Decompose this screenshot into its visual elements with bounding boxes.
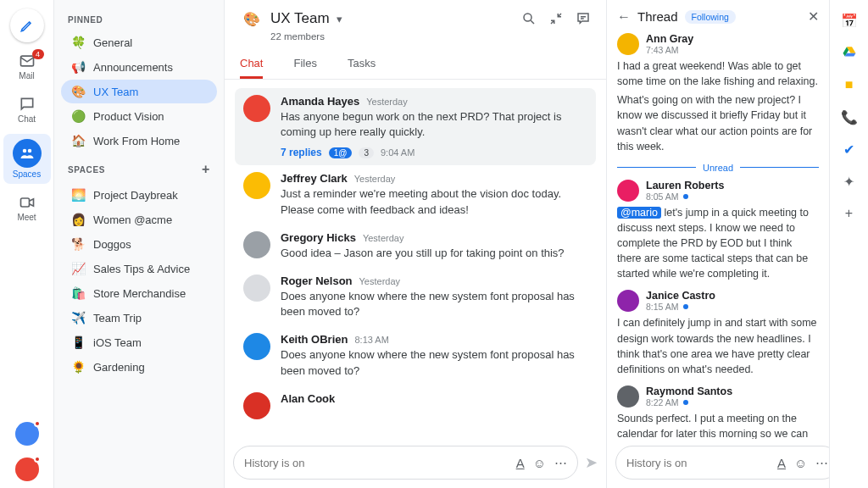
thread-more-icon[interactable]: ⋯ (815, 455, 828, 470)
thread-text: Sounds perfect. I put a meeting on the c… (617, 411, 819, 439)
search-icon[interactable] (521, 11, 537, 26)
avatar (243, 172, 270, 199)
more-icon[interactable]: ⋯ (554, 455, 567, 470)
rail-meet[interactable]: Meet (3, 189, 51, 227)
thread-close-icon[interactable]: ✕ (808, 8, 819, 25)
sender-name: Alan Cook (281, 392, 335, 405)
thread-list-icon[interactable] (576, 11, 591, 26)
sidebar-item[interactable]: 👩Women @acme (61, 208, 217, 231)
space-emoji-icon: 📱 (71, 336, 85, 349)
tab-files[interactable]: Files (293, 50, 316, 79)
sidebar-item[interactable]: 📈Sales Tips & Advice (61, 257, 217, 280)
sidebar: PINNED 🍀General📢Announcements🎨UX Team🟢Pr… (54, 0, 224, 488)
sidebar-item[interactable]: 🐕Doggos (61, 232, 217, 256)
svg-rect-3 (20, 198, 29, 207)
collapse-icon[interactable] (548, 11, 564, 26)
message-time: 8:13 AM (354, 335, 388, 345)
sidebar-item[interactable]: 🏠Work From Home (61, 129, 217, 152)
space-subtitle: 22 members (270, 31, 591, 42)
tasks-icon[interactable]: ✔ (841, 141, 858, 158)
space-emoji-icon: 🍀 (71, 36, 85, 49)
mail-badge: 4 (32, 49, 44, 59)
send-button[interactable]: ➤ (585, 453, 598, 472)
thread-composer[interactable]: A ☺ ⋯ (615, 446, 839, 480)
addons-icon[interactable]: ✦ (841, 173, 858, 190)
rail-spaces[interactable]: Spaces (3, 134, 51, 184)
spaces-icon (13, 139, 42, 168)
sidebar-item-label: Store Merchandise (93, 287, 186, 300)
thread-emoji-icon[interactable]: ☺ (794, 456, 807, 470)
thread-text: @mario let's jump in a quick meeting to … (617, 205, 819, 282)
thread-message[interactable]: Janice Castro8:15 AM I can definitely ju… (617, 290, 819, 377)
message-time: Yesterday (354, 174, 396, 184)
thread-title: Thread (637, 9, 678, 24)
space-emoji-icon: 🌻 (71, 360, 85, 374)
unread-dot-icon (683, 304, 688, 309)
contacts-icon[interactable]: 📞 (841, 108, 858, 125)
avatar (617, 33, 639, 55)
sender-name: Jeffrey Clark (281, 172, 348, 185)
thread-composer-input[interactable] (626, 457, 769, 469)
space-emoji-icon: 🎨 (71, 85, 85, 98)
sidebar-item[interactable]: ✈️Team Trip (61, 306, 217, 330)
sidebar-item[interactable]: 🎨UX Team (61, 80, 217, 103)
space-emoji-icon: 🌅 (71, 188, 85, 202)
compose-button[interactable] (10, 8, 44, 42)
tab-tasks[interactable]: Tasks (348, 50, 376, 79)
sidebar-item-label: Work From Home (93, 135, 180, 147)
message[interactable]: Keith OBrien8:13 AMDoes anyone know wher… (235, 326, 596, 385)
sidebar-item[interactable]: 🌅Project Daybreak (61, 183, 217, 207)
thread-message[interactable]: Ann Gray7:43 AM I had a great weekend! W… (617, 33, 819, 154)
tab-chat[interactable]: Chat (240, 50, 263, 79)
format-icon[interactable]: A (516, 456, 525, 470)
emoji-icon[interactable]: ☺ (533, 456, 546, 470)
message-time: 8:15 AM (646, 302, 715, 312)
add-space-button[interactable]: + (202, 162, 210, 177)
message[interactable]: Jeffrey ClarkYesterdayJust a reminder we… (235, 165, 596, 224)
sidebar-item-label: Sales Tips & Advice (93, 263, 190, 275)
sidebar-item-label: Women @acme (93, 214, 172, 226)
sidebar-item[interactable]: 🟢Product Vision (61, 104, 217, 128)
rail-avatar-1[interactable] (15, 422, 39, 446)
rail-avatar-2[interactable] (15, 458, 39, 481)
message-text: Does anyone know where the new system fo… (281, 347, 587, 378)
app-rail: 4 Mail Chat Spaces Meet (0, 0, 54, 488)
thread-message[interactable]: Lauren Roberts8:05 AM @mario let's jump … (617, 180, 819, 282)
composer-input[interactable] (244, 457, 508, 469)
sidebar-item[interactable]: 📱iOS Team (61, 330, 217, 354)
mention[interactable]: @mario (617, 207, 661, 219)
thread-message[interactable]: Raymond Santos8:22 AM Sounds perfect. I … (617, 385, 819, 439)
message[interactable]: Gregory HicksYesterdayGood idea – Jason … (235, 225, 596, 268)
calendar-icon[interactable]: 📅 (841, 12, 858, 29)
message[interactable]: Alan Cook (235, 385, 596, 426)
sender-name: Amanda Hayes (281, 95, 359, 108)
sidebar-item[interactable]: 🍀General (61, 30, 217, 54)
avatar (243, 274, 270, 302)
composer[interactable]: A ☺ ⋯ (233, 446, 578, 480)
sidebar-item[interactable]: 📢Announcements (61, 55, 217, 79)
sidebar-item-label: Gardening (93, 361, 145, 374)
mention-chip: 1@ (329, 147, 353, 158)
sidebar-item[interactable]: 🌻Gardening (61, 355, 217, 379)
rail-chat[interactable]: Chat (3, 91, 51, 129)
add-panel-icon[interactable]: + (841, 205, 858, 222)
reply-count[interactable]: 7 replies (281, 147, 322, 158)
following-chip[interactable]: Following (685, 10, 736, 24)
space-emoji-icon: 👩 (71, 213, 85, 226)
space-dropdown-icon[interactable]: ▾ (337, 13, 342, 25)
sidebar-item[interactable]: 🛍️Store Merchandise (61, 281, 217, 305)
thread-format-icon[interactable]: A (777, 456, 786, 470)
space-emoji-icon: 🟢 (71, 109, 85, 123)
avatar (243, 333, 270, 360)
message[interactable]: Amanda HayesYesterdayHas anyone begun wo… (235, 88, 596, 165)
sender-name: Roger Nelson (281, 274, 353, 287)
thread-back-icon[interactable]: ← (617, 9, 631, 25)
main-panel: 🎨 UX Team ▾ 22 members Chat Files Tasks … (224, 0, 607, 488)
sidebar-item-label: iOS Team (93, 336, 142, 349)
drive-icon[interactable] (841, 44, 858, 61)
keep-icon[interactable]: ■ (841, 76, 858, 93)
message[interactable]: Roger NelsonYesterdayDoes anyone know wh… (235, 268, 596, 326)
sender-name: Raymond Santos (646, 385, 732, 397)
sender-name: Ann Gray (646, 33, 693, 45)
rail-mail[interactable]: 4 Mail (3, 47, 51, 86)
